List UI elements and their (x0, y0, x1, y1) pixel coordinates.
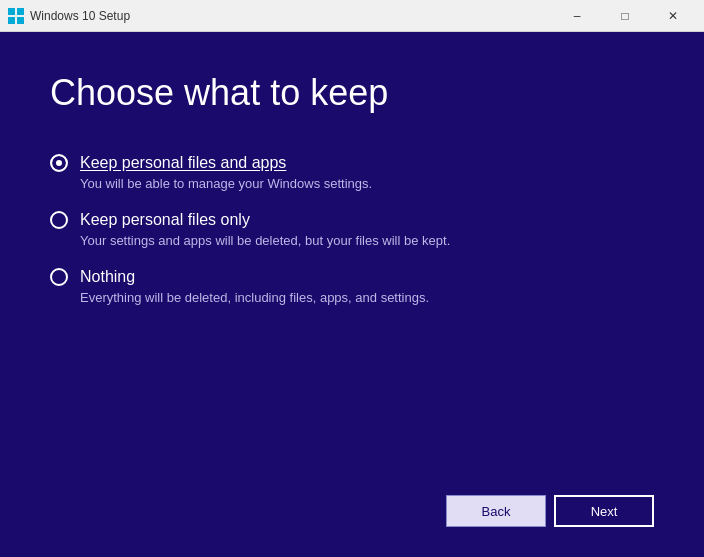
page-heading: Choose what to keep (50, 72, 654, 114)
option-keep-all-row[interactable]: Keep personal files and apps (50, 154, 654, 172)
option-nothing-desc: Everything will be deleted, including fi… (80, 290, 654, 305)
option-keep-files-row[interactable]: Keep personal files only (50, 211, 654, 229)
window-controls: – □ ✕ (554, 0, 696, 32)
footer: Back Next (50, 483, 654, 527)
radio-keep-all[interactable] (50, 154, 68, 172)
svg-rect-3 (17, 17, 24, 24)
option-keep-files-desc: Your settings and apps will be deleted, … (80, 233, 654, 248)
svg-rect-0 (8, 8, 15, 15)
radio-nothing[interactable] (50, 268, 68, 286)
option-keep-files[interactable]: Keep personal files only Your settings a… (50, 211, 654, 248)
main-content: Choose what to keep Keep personal files … (0, 32, 704, 557)
next-button[interactable]: Next (554, 495, 654, 527)
radio-keep-files[interactable] (50, 211, 68, 229)
option-nothing-label: Nothing (80, 268, 135, 286)
back-button[interactable]: Back (446, 495, 546, 527)
maximize-button[interactable]: □ (602, 0, 648, 32)
window-title: Windows 10 Setup (30, 9, 554, 23)
option-nothing-row[interactable]: Nothing (50, 268, 654, 286)
option-keep-all-desc: You will be able to manage your Windows … (80, 176, 654, 191)
svg-rect-2 (8, 17, 15, 24)
option-nothing[interactable]: Nothing Everything will be deleted, incl… (50, 268, 654, 305)
option-keep-all[interactable]: Keep personal files and apps You will be… (50, 154, 654, 191)
options-list: Keep personal files and apps You will be… (50, 154, 654, 483)
title-bar: Windows 10 Setup – □ ✕ (0, 0, 704, 32)
option-keep-files-label: Keep personal files only (80, 211, 250, 229)
app-icon (8, 8, 24, 24)
minimize-button[interactable]: – (554, 0, 600, 32)
option-keep-all-label: Keep personal files and apps (80, 154, 286, 172)
svg-rect-1 (17, 8, 24, 15)
close-button[interactable]: ✕ (650, 0, 696, 32)
